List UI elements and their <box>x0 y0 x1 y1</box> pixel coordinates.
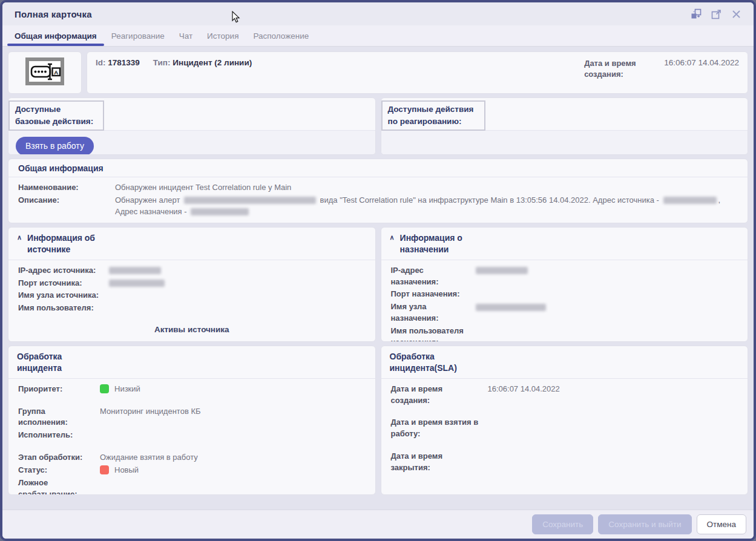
source-info-title: Информация об источнике <box>27 232 118 256</box>
base-actions-label: Доступные базовые действия: <box>8 100 104 131</box>
take-to-work-button[interactable]: Взять в работу <box>16 137 94 155</box>
incident-id-value: 1781339 <box>108 58 140 67</box>
incident-processing-panel: Обработка инцидента Приоритет: Низкий Гр… <box>8 346 376 495</box>
created-datetime-label: Дата и время создания: <box>584 58 652 80</box>
execution-group-value: Мониторинг инцидентов КБ <box>100 406 366 418</box>
source-assets-caption: Активы источника <box>8 325 375 334</box>
sla-closed-label: Дата и время закрытия: <box>391 451 482 474</box>
base-actions-card: Доступные базовые действия: Взять в рабо… <box>8 97 376 155</box>
tab-chat[interactable]: Чат <box>172 25 200 46</box>
titlebar: Полная карточка <box>2 2 754 25</box>
window-controls <box>691 8 741 19</box>
source-port-label: Порт источника: <box>18 278 103 289</box>
tab-bar: Общая информация Реагирование Чат Истори… <box>2 25 754 47</box>
incident-type: Тип: Инцидент (2 линии) <box>153 58 252 67</box>
close-icon[interactable] <box>731 8 741 19</box>
content-area: A Id: 1781339 Тип: Инцидент (2 линии) Да… <box>2 47 754 510</box>
incident-type-label: Тип: <box>153 58 171 67</box>
destination-info-title: Информация о назначении <box>400 232 491 256</box>
stage-value: Ожидание взятия в работу <box>100 452 366 464</box>
destination-info-panel: ∧ Информация о назначении IP-адрес назна… <box>381 227 749 342</box>
incident-type-value: Инцидент (2 линии) <box>173 58 252 67</box>
tab-response[interactable]: Реагирование <box>104 25 172 46</box>
sla-created-label: Дата и время создания: <box>391 384 482 407</box>
save-and-exit-button[interactable]: Сохранить и выйти <box>598 514 691 534</box>
source-ip-label: IP-адрес источника: <box>18 265 103 277</box>
redacted-destination-ip <box>476 267 528 274</box>
response-actions-body <box>381 131 748 154</box>
redacted-alert-id <box>184 197 316 204</box>
source-host-label: Имя узла источника: <box>18 290 103 301</box>
cancel-button[interactable]: Отмена <box>697 514 746 534</box>
footer-bar: Сохранить Сохранить и выйти Отмена <box>2 510 754 539</box>
modal-window: Полная карточка <box>0 0 756 541</box>
created-datetime-block: Дата и время создания: 16:06:07 14.04.20… <box>584 58 739 80</box>
chevron-up-icon[interactable]: ∧ <box>17 234 22 256</box>
tab-general-info[interactable]: Общая информация <box>7 25 104 46</box>
window-title: Полная карточка <box>15 9 92 19</box>
priority-chip <box>100 384 109 393</box>
destination-port-label: Порт назначения: <box>391 289 470 300</box>
incident-sla-title: Обработка инцидента(SLA) <box>390 351 481 375</box>
incident-id-label: Id: <box>96 58 106 67</box>
priority-label: Приоритет: <box>18 384 94 395</box>
incident-type-icon: A <box>25 57 64 85</box>
response-actions-card: Доступные действия по реагированию: <box>381 97 749 155</box>
general-info-title: Общая информация <box>8 159 748 177</box>
destination-user-label: Имя пользователя назначения: <box>391 326 470 342</box>
status-chip <box>100 465 109 474</box>
name-label: Наименование: <box>18 182 109 194</box>
expand-icon[interactable] <box>711 8 721 19</box>
priority-value: Низкий <box>114 384 140 393</box>
sla-created-value: 16:06:07 14.04.2022 <box>488 384 738 395</box>
sla-taken-label: Дата и время взятия в работу: <box>391 417 482 440</box>
execution-group-label: Группа исполнения: <box>18 406 94 429</box>
created-datetime-value: 16:06:07 14.04.2022 <box>664 58 739 80</box>
base-actions-body: Взять в работу <box>8 131 375 155</box>
svg-text:A: A <box>54 69 58 76</box>
redacted-destination-host <box>476 304 546 311</box>
chevron-up-icon[interactable]: ∧ <box>390 234 395 256</box>
incident-id: Id: 1781339 <box>96 58 140 67</box>
destination-ip-label: IP-адрес назначения: <box>391 265 470 288</box>
incident-sla-panel: Обработка инцидента(SLA) Дата и время со… <box>381 346 749 495</box>
description-label: Описание: <box>18 195 109 206</box>
swap-icon[interactable] <box>691 8 702 19</box>
incident-processing-title: Обработка инцидента <box>17 351 84 375</box>
redacted-destination-address <box>191 208 249 215</box>
incident-type-icon-card: A <box>8 51 82 94</box>
assignee-label: Исполнитель: <box>18 430 94 441</box>
tab-history[interactable]: История <box>200 25 246 46</box>
description-value: Обнаружен алерт вида "Test Correlation r… <box>115 195 738 218</box>
redacted-source-address <box>663 197 717 204</box>
response-actions-label: Доступные действия по реагированию: <box>381 100 485 131</box>
stage-label: Этап обработки: <box>18 452 94 464</box>
name-value: Обнаружен инцидент Test Correlation rule… <box>115 182 738 194</box>
save-button[interactable]: Сохранить <box>532 514 593 534</box>
tab-location[interactable]: Расположение <box>246 25 316 46</box>
status-value: Новый <box>114 465 139 474</box>
status-label: Статус: <box>18 465 94 476</box>
source-info-panel: ∧ Информация об источнике IP-адрес источ… <box>8 227 376 342</box>
destination-host-label: Имя узла назначения: <box>391 301 470 324</box>
general-info-card: Общая информация Наименование: Обнаружен… <box>8 159 748 223</box>
incident-header-card: Id: 1781339 Тип: Инцидент (2 линии) Дата… <box>87 51 748 94</box>
false-positive-label: Ложное срабатывание: <box>18 477 94 495</box>
redacted-source-port <box>109 280 165 287</box>
redacted-source-ip <box>109 267 161 274</box>
source-user-label: Имя пользователя: <box>18 303 103 314</box>
